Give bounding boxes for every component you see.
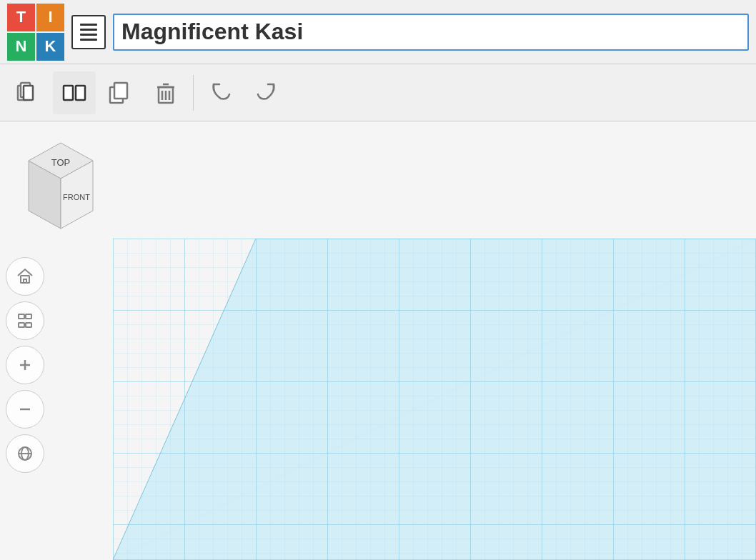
svg-rect-6 bbox=[114, 83, 127, 99]
group-button[interactable] bbox=[7, 71, 50, 114]
logo-n: N bbox=[7, 33, 35, 61]
svg-rect-21 bbox=[26, 314, 31, 319]
svg-rect-4 bbox=[76, 86, 85, 100]
header: T I N K bbox=[0, 0, 756, 64]
tinkercad-logo[interactable]: T I N K bbox=[7, 4, 64, 61]
undo-button[interactable] bbox=[199, 71, 242, 114]
svg-rect-20 bbox=[19, 314, 24, 319]
svg-text:FRONT: FRONT bbox=[63, 193, 90, 201]
redo-button[interactable] bbox=[245, 71, 288, 114]
svg-rect-23 bbox=[26, 323, 31, 327]
duplicate-button[interactable] bbox=[99, 71, 141, 114]
svg-rect-22 bbox=[19, 323, 24, 327]
toolbar-separator-1 bbox=[193, 75, 194, 111]
svg-rect-19 bbox=[24, 279, 26, 283]
menu-icon bbox=[80, 24, 97, 41]
home-button[interactable] bbox=[6, 257, 44, 296]
left-controls bbox=[6, 257, 44, 473]
menu-button[interactable] bbox=[71, 15, 106, 49]
rotate-button[interactable] bbox=[6, 434, 44, 473]
project-title-input[interactable] bbox=[113, 14, 749, 51]
zoom-in-button[interactable] bbox=[6, 346, 44, 384]
svg-rect-2 bbox=[24, 86, 33, 100]
fit-screen-button[interactable] bbox=[6, 301, 44, 340]
toolbar bbox=[0, 64, 756, 121]
logo-t: T bbox=[7, 4, 35, 31]
logo-i: I bbox=[36, 4, 64, 31]
main-canvas-area[interactable]: TOP FRONT bbox=[0, 121, 756, 560]
svg-text:TOP: TOP bbox=[51, 157, 71, 168]
logo-k: K bbox=[36, 33, 64, 61]
svg-rect-3 bbox=[64, 86, 73, 100]
design-canvas[interactable] bbox=[113, 239, 756, 560]
delete-button[interactable] bbox=[144, 71, 187, 114]
view-cube[interactable]: TOP FRONT bbox=[14, 136, 107, 250]
zoom-out-button[interactable] bbox=[6, 390, 44, 429]
ungroup-button[interactable] bbox=[53, 71, 96, 114]
svg-rect-33 bbox=[113, 239, 756, 560]
